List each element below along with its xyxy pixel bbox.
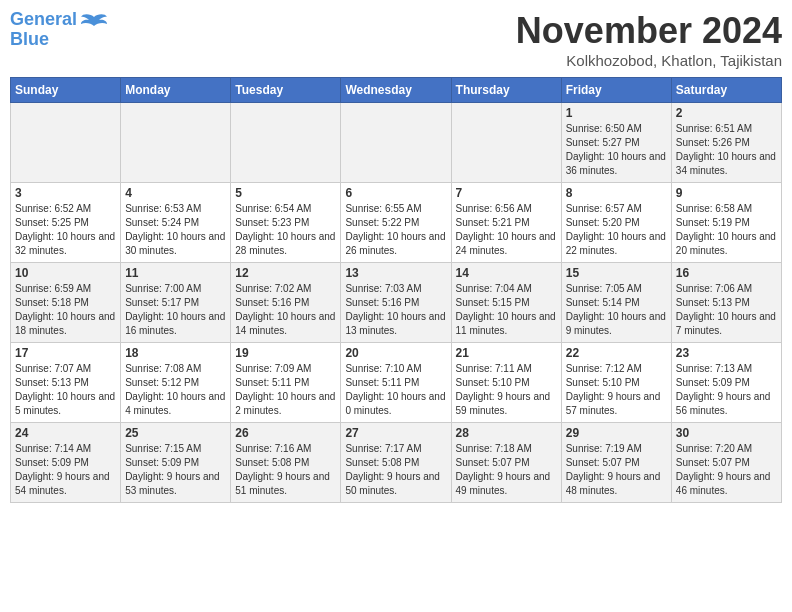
weekday-header: Wednesday [341,78,451,103]
day-info: Sunrise: 6:52 AMSunset: 5:25 PMDaylight:… [15,203,115,256]
day-number: 13 [345,266,446,280]
day-number: 17 [15,346,116,360]
day-number: 21 [456,346,557,360]
month-title: November 2024 [516,10,782,52]
day-info: Sunrise: 7:08 AMSunset: 5:12 PMDaylight:… [125,363,225,416]
day-info: Sunrise: 7:00 AMSunset: 5:17 PMDaylight:… [125,283,225,336]
logo-blue: Blue [10,29,49,49]
calendar-cell: 23Sunrise: 7:13 AMSunset: 5:09 PMDayligh… [671,343,781,423]
logo-general: General [10,9,77,29]
day-info: Sunrise: 6:57 AMSunset: 5:20 PMDaylight:… [566,203,666,256]
weekday-header: Sunday [11,78,121,103]
day-info: Sunrise: 7:15 AMSunset: 5:09 PMDaylight:… [125,443,220,496]
day-info: Sunrise: 7:12 AMSunset: 5:10 PMDaylight:… [566,363,661,416]
calendar-week-row: 10Sunrise: 6:59 AMSunset: 5:18 PMDayligh… [11,263,782,343]
calendar-cell: 13Sunrise: 7:03 AMSunset: 5:16 PMDayligh… [341,263,451,343]
day-info: Sunrise: 7:17 AMSunset: 5:08 PMDaylight:… [345,443,440,496]
calendar-cell: 3Sunrise: 6:52 AMSunset: 5:25 PMDaylight… [11,183,121,263]
weekday-header: Tuesday [231,78,341,103]
title-block: November 2024 Kolkhozobod, Khatlon, Taji… [516,10,782,69]
calendar-cell: 11Sunrise: 7:00 AMSunset: 5:17 PMDayligh… [121,263,231,343]
day-number: 24 [15,426,116,440]
calendar-cell: 20Sunrise: 7:10 AMSunset: 5:11 PMDayligh… [341,343,451,423]
day-number: 19 [235,346,336,360]
calendar-cell: 18Sunrise: 7:08 AMSunset: 5:12 PMDayligh… [121,343,231,423]
day-number: 15 [566,266,667,280]
day-number: 14 [456,266,557,280]
day-info: Sunrise: 6:51 AMSunset: 5:26 PMDaylight:… [676,123,776,176]
day-number: 4 [125,186,226,200]
day-number: 28 [456,426,557,440]
day-number: 5 [235,186,336,200]
day-info: Sunrise: 7:05 AMSunset: 5:14 PMDaylight:… [566,283,666,336]
calendar-cell: 9Sunrise: 6:58 AMSunset: 5:19 PMDaylight… [671,183,781,263]
calendar-cell: 29Sunrise: 7:19 AMSunset: 5:07 PMDayligh… [561,423,671,503]
day-number: 27 [345,426,446,440]
calendar-cell: 22Sunrise: 7:12 AMSunset: 5:10 PMDayligh… [561,343,671,423]
calendar-week-row: 24Sunrise: 7:14 AMSunset: 5:09 PMDayligh… [11,423,782,503]
day-number: 9 [676,186,777,200]
day-number: 11 [125,266,226,280]
calendar-cell [11,103,121,183]
day-info: Sunrise: 7:02 AMSunset: 5:16 PMDaylight:… [235,283,335,336]
weekday-header: Thursday [451,78,561,103]
day-number: 23 [676,346,777,360]
day-number: 12 [235,266,336,280]
calendar-cell [231,103,341,183]
calendar-cell [341,103,451,183]
location: Kolkhozobod, Khatlon, Tajikistan [516,52,782,69]
calendar-cell: 1Sunrise: 6:50 AMSunset: 5:27 PMDaylight… [561,103,671,183]
day-info: Sunrise: 6:53 AMSunset: 5:24 PMDaylight:… [125,203,225,256]
day-number: 30 [676,426,777,440]
logo-text: General Blue [10,10,77,50]
day-number: 18 [125,346,226,360]
day-info: Sunrise: 7:03 AMSunset: 5:16 PMDaylight:… [345,283,445,336]
calendar-cell: 21Sunrise: 7:11 AMSunset: 5:10 PMDayligh… [451,343,561,423]
day-number: 25 [125,426,226,440]
day-info: Sunrise: 6:56 AMSunset: 5:21 PMDaylight:… [456,203,556,256]
calendar-cell: 24Sunrise: 7:14 AMSunset: 5:09 PMDayligh… [11,423,121,503]
calendar-header: SundayMondayTuesdayWednesdayThursdayFrid… [11,78,782,103]
calendar-cell: 15Sunrise: 7:05 AMSunset: 5:14 PMDayligh… [561,263,671,343]
calendar-cell: 10Sunrise: 6:59 AMSunset: 5:18 PMDayligh… [11,263,121,343]
day-info: Sunrise: 7:18 AMSunset: 5:07 PMDaylight:… [456,443,551,496]
day-info: Sunrise: 7:04 AMSunset: 5:15 PMDaylight:… [456,283,556,336]
day-info: Sunrise: 7:10 AMSunset: 5:11 PMDaylight:… [345,363,445,416]
page-header: General Blue November 2024 Kolkhozobod, … [10,10,782,69]
calendar-cell: 25Sunrise: 7:15 AMSunset: 5:09 PMDayligh… [121,423,231,503]
day-info: Sunrise: 7:07 AMSunset: 5:13 PMDaylight:… [15,363,115,416]
calendar-body: 1Sunrise: 6:50 AMSunset: 5:27 PMDaylight… [11,103,782,503]
calendar-cell: 17Sunrise: 7:07 AMSunset: 5:13 PMDayligh… [11,343,121,423]
day-info: Sunrise: 6:50 AMSunset: 5:27 PMDaylight:… [566,123,666,176]
weekday-header: Monday [121,78,231,103]
calendar-cell: 4Sunrise: 6:53 AMSunset: 5:24 PMDaylight… [121,183,231,263]
calendar-cell: 5Sunrise: 6:54 AMSunset: 5:23 PMDaylight… [231,183,341,263]
day-info: Sunrise: 6:58 AMSunset: 5:19 PMDaylight:… [676,203,776,256]
day-number: 26 [235,426,336,440]
calendar-week-row: 1Sunrise: 6:50 AMSunset: 5:27 PMDaylight… [11,103,782,183]
day-info: Sunrise: 7:11 AMSunset: 5:10 PMDaylight:… [456,363,551,416]
calendar-cell [121,103,231,183]
day-info: Sunrise: 7:20 AMSunset: 5:07 PMDaylight:… [676,443,771,496]
calendar-cell: 12Sunrise: 7:02 AMSunset: 5:16 PMDayligh… [231,263,341,343]
day-number: 1 [566,106,667,120]
calendar-cell: 2Sunrise: 6:51 AMSunset: 5:26 PMDaylight… [671,103,781,183]
day-info: Sunrise: 7:13 AMSunset: 5:09 PMDaylight:… [676,363,771,416]
calendar-cell: 6Sunrise: 6:55 AMSunset: 5:22 PMDaylight… [341,183,451,263]
day-info: Sunrise: 7:16 AMSunset: 5:08 PMDaylight:… [235,443,330,496]
day-number: 3 [15,186,116,200]
day-number: 16 [676,266,777,280]
day-number: 2 [676,106,777,120]
calendar-cell: 28Sunrise: 7:18 AMSunset: 5:07 PMDayligh… [451,423,561,503]
calendar-cell: 19Sunrise: 7:09 AMSunset: 5:11 PMDayligh… [231,343,341,423]
day-info: Sunrise: 6:55 AMSunset: 5:22 PMDaylight:… [345,203,445,256]
weekday-row: SundayMondayTuesdayWednesdayThursdayFrid… [11,78,782,103]
weekday-header: Friday [561,78,671,103]
day-info: Sunrise: 7:19 AMSunset: 5:07 PMDaylight:… [566,443,661,496]
calendar-cell [451,103,561,183]
day-number: 20 [345,346,446,360]
weekday-header: Saturday [671,78,781,103]
calendar-week-row: 17Sunrise: 7:07 AMSunset: 5:13 PMDayligh… [11,343,782,423]
day-info: Sunrise: 6:59 AMSunset: 5:18 PMDaylight:… [15,283,115,336]
day-info: Sunrise: 7:09 AMSunset: 5:11 PMDaylight:… [235,363,335,416]
